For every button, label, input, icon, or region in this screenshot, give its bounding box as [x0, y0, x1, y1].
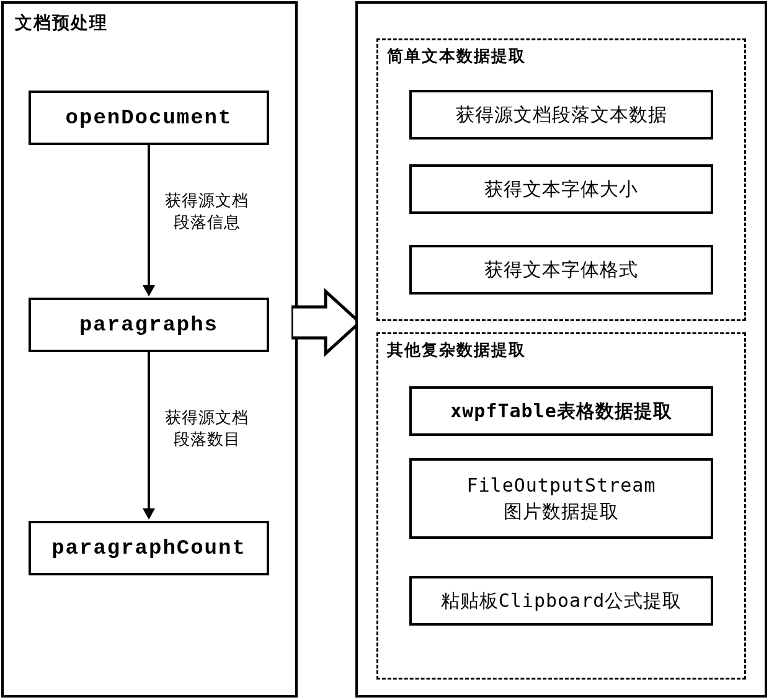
node-paragraphs-label: paragraphs	[79, 313, 218, 337]
simple-item-1-label: 获得文本字体大小	[484, 176, 638, 202]
svg-marker-0	[291, 291, 360, 353]
node-open-document: openDocument	[29, 91, 269, 145]
arrow-open-to-paragraphs	[148, 145, 150, 288]
right-panel: 简单文本数据提取 获得源文档段落文本数据 获得文本字体大小 获得文本字体格式 其…	[355, 1, 767, 698]
complex-item-1-label: FileOutputStream 图片数据提取	[467, 472, 656, 525]
left-panel: 文档预处理 openDocument 获得源文档 段落信息 paragraphs…	[1, 1, 298, 698]
complex-extraction-panel: 其他复杂数据提取 xwpfTable表格数据提取 FileOutputStrea…	[376, 332, 746, 680]
simple-extraction-panel: 简单文本数据提取 获得源文档段落文本数据 获得文本字体大小 获得文本字体格式	[376, 38, 746, 321]
complex-item-2: 粘贴板Clipboard公式提取	[409, 576, 713, 626]
complex-item-0-label: xwpfTable表格数据提取	[450, 398, 672, 424]
node-paragraphs: paragraphs	[29, 298, 269, 352]
node-paragraph-count: paragraphCount	[29, 521, 269, 575]
simple-extraction-title: 简单文本数据提取	[387, 45, 526, 67]
complex-item-1: FileOutputStream 图片数据提取	[409, 458, 713, 539]
node-paragraph-count-label: paragraphCount	[51, 536, 246, 560]
complex-extraction-title: 其他复杂数据提取	[387, 339, 526, 361]
edge-label-paragraph-count: 获得源文档 段落数目	[165, 407, 249, 450]
simple-item-1: 获得文本字体大小	[409, 164, 713, 214]
flow-arrow-icon	[291, 285, 366, 360]
simple-item-0: 获得源文档段落文本数据	[409, 90, 713, 140]
complex-item-2-label: 粘贴板Clipboard公式提取	[441, 588, 682, 614]
simple-item-0-label: 获得源文档段落文本数据	[456, 102, 667, 128]
simple-item-2-label: 获得文本字体格式	[484, 257, 638, 283]
arrowhead-paragraphs-to-count	[143, 508, 155, 520]
complex-item-0: xwpfTable表格数据提取	[409, 386, 713, 436]
left-panel-title: 文档预处理	[15, 11, 108, 35]
simple-item-2: 获得文本字体格式	[409, 245, 713, 295]
arrow-paragraphs-to-count	[148, 352, 150, 511]
edge-label-paragraphs: 获得源文档 段落信息	[165, 190, 249, 233]
node-open-document-label: openDocument	[66, 106, 233, 130]
arrowhead-open-to-paragraphs	[143, 285, 155, 296]
